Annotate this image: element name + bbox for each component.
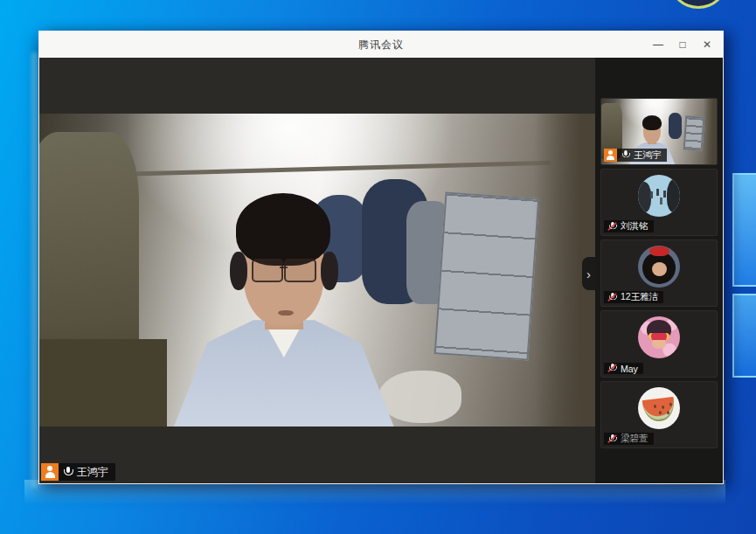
person-glasses <box>252 259 316 278</box>
partial-circle-icon <box>669 0 727 9</box>
avatar <box>638 387 680 429</box>
participant-name-tag: 王鸿宇 <box>604 149 667 162</box>
participant-tile[interactable]: May <box>600 310 718 378</box>
active-speaker-video <box>39 114 595 427</box>
glasses-bridge <box>280 267 288 268</box>
host-person-icon <box>41 463 59 481</box>
avatar-seeds <box>654 405 656 408</box>
close-button[interactable]: ✕ <box>695 31 719 58</box>
participant-name-tag: 刘淇铭 <box>604 220 654 232</box>
participant-name: 梁碧萱 <box>621 433 648 445</box>
participant-name: May <box>621 364 638 374</box>
name-tag-body: 梁碧萱 <box>604 433 654 445</box>
participant-name-tag: May <box>604 363 643 374</box>
participant-tile[interactable]: 12王雅洁 <box>600 239 718 307</box>
name-tag-body: May <box>604 363 643 374</box>
mute-slash <box>607 222 617 231</box>
thumb-cabinet <box>683 115 705 150</box>
name-tag-body: 王鸿宇 <box>617 149 667 162</box>
host-person-icon <box>604 149 617 162</box>
title-bar[interactable]: 腾讯会议 — □ ✕ <box>39 31 723 58</box>
mic-on-icon <box>63 467 73 478</box>
mic-muted-icon <box>608 292 616 302</box>
active-speaker-name: 王鸿宇 <box>77 465 108 480</box>
mute-slash <box>607 434 617 443</box>
thumb-jacket <box>669 113 683 139</box>
mute-slash <box>607 293 617 302</box>
webcam-scene <box>39 114 595 427</box>
name-tag-body: 刘淇铭 <box>604 220 654 232</box>
headphone-left-icon <box>230 252 247 291</box>
meeting-window: 腾讯会议 — □ ✕ <box>38 31 724 484</box>
window-body: 王鸿宇 › <box>39 58 723 483</box>
name-tag-body: 12王雅洁 <box>604 291 663 303</box>
desktop-wallpaper: 腾讯会议 — □ ✕ <box>0 0 756 534</box>
wallpaper-logo-pane-upper <box>732 173 756 287</box>
mic-muted-icon <box>608 221 616 231</box>
minimize-button[interactable]: — <box>646 31 670 58</box>
avatar <box>638 246 680 288</box>
mic-muted-icon <box>608 433 616 443</box>
wallpaper-light-glow <box>31 52 38 488</box>
active-speaker-name-tag: 王鸿宇 <box>41 463 115 481</box>
participant-name-tag: 12王雅洁 <box>604 291 663 303</box>
headphone-right-icon <box>321 252 338 291</box>
participant-name: 12王雅洁 <box>621 291 658 303</box>
window-controls: — □ ✕ <box>646 31 719 58</box>
participant-name: 刘淇铭 <box>621 220 648 232</box>
mic-muted-icon <box>608 364 616 373</box>
room-left-shadow <box>39 339 167 427</box>
metal-cabinet <box>434 192 540 361</box>
wallpaper-logo-pane-lower <box>732 294 756 378</box>
mute-slash <box>607 364 617 372</box>
participant-tile-self[interactable]: 王鸿宇 <box>600 98 718 165</box>
avatar <box>638 316 680 358</box>
avatar-detail <box>656 189 659 196</box>
participant-tile[interactable]: 刘淇铭 <box>600 169 718 236</box>
name-tag-body: 王鸿宇 <box>59 463 115 481</box>
avatar <box>638 175 680 217</box>
chevron-right-icon: › <box>586 267 591 281</box>
maximize-button[interactable]: □ <box>670 31 695 58</box>
main-stage[interactable]: 王鸿宇 › <box>39 58 595 483</box>
person-hair <box>236 193 330 265</box>
window-title: 腾讯会议 <box>358 38 404 52</box>
sidebar-collapse-button[interactable]: › <box>582 257 595 290</box>
participants-sidebar[interactable]: 王鸿宇 刘淇铭 <box>595 58 723 483</box>
avatar-red-bow <box>649 246 669 256</box>
thumb-right-shadow <box>704 99 717 164</box>
white-bag <box>378 371 461 424</box>
mic-on-icon <box>621 150 629 160</box>
participant-name: 王鸿宇 <box>634 149 662 162</box>
participant-tile[interactable]: 梁碧萱 <box>600 381 718 448</box>
thumb-person-hair <box>642 115 662 130</box>
participant-name-tag: 梁碧萱 <box>604 433 654 445</box>
avatar-goggles <box>648 333 670 340</box>
